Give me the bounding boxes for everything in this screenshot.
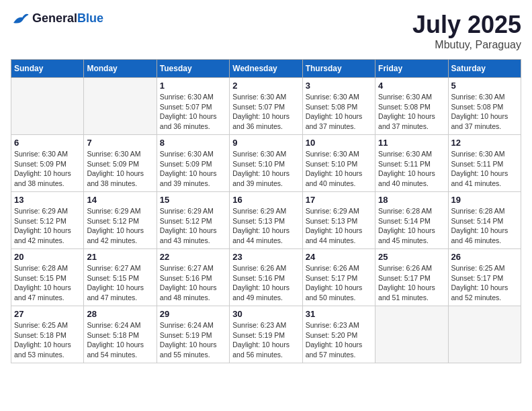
day-info: Sunrise: 6:29 AMSunset: 5:12 PMDaylight:… <box>14 206 81 246</box>
calendar-cell: 6Sunrise: 6:30 AMSunset: 5:09 PMDaylight… <box>11 135 84 192</box>
day-number: 16 <box>232 195 299 205</box>
day-info: Sunrise: 6:30 AMSunset: 5:08 PMDaylight:… <box>451 92 518 132</box>
calendar-cell: 22Sunrise: 6:27 AMSunset: 5:16 PMDayligh… <box>157 249 229 306</box>
day-number: 25 <box>378 252 445 262</box>
calendar-cell: 2Sunrise: 6:30 AMSunset: 5:07 PMDaylight… <box>230 78 302 135</box>
day-number: 29 <box>160 309 226 319</box>
day-info: Sunrise: 6:30 AMSunset: 5:11 PMDaylight:… <box>451 149 518 189</box>
day-number: 22 <box>160 252 226 262</box>
day-number: 10 <box>306 138 372 148</box>
day-info: Sunrise: 6:29 AMSunset: 5:13 PMDaylight:… <box>232 206 299 246</box>
calendar-cell: 11Sunrise: 6:30 AMSunset: 5:11 PMDayligh… <box>375 135 448 192</box>
day-info: Sunrise: 6:30 AMSunset: 5:07 PMDaylight:… <box>232 92 299 132</box>
day-info: Sunrise: 6:30 AMSunset: 5:08 PMDaylight:… <box>306 92 372 132</box>
calendar-cell: 16Sunrise: 6:29 AMSunset: 5:13 PMDayligh… <box>230 192 302 249</box>
week-row-5: 27Sunrise: 6:25 AMSunset: 5:18 PMDayligh… <box>11 306 521 363</box>
calendar-cell: 7Sunrise: 6:30 AMSunset: 5:09 PMDaylight… <box>84 135 157 192</box>
day-number: 7 <box>87 138 153 148</box>
calendar-cell: 25Sunrise: 6:26 AMSunset: 5:17 PMDayligh… <box>375 249 448 306</box>
day-info: Sunrise: 6:23 AMSunset: 5:20 PMDaylight:… <box>306 320 372 360</box>
day-number: 3 <box>306 81 372 91</box>
day-info: Sunrise: 6:30 AMSunset: 5:09 PMDaylight:… <box>87 149 153 189</box>
day-number: 5 <box>451 81 518 91</box>
calendar-cell: 26Sunrise: 6:25 AMSunset: 5:17 PMDayligh… <box>448 249 521 306</box>
day-number: 31 <box>306 309 372 319</box>
weekday-header-wednesday: Wednesday <box>230 60 302 78</box>
day-info: Sunrise: 6:24 AMSunset: 5:19 PMDaylight:… <box>160 320 226 360</box>
logo: GeneralBlue <box>11 11 103 26</box>
day-number: 21 <box>87 252 153 262</box>
day-number: 19 <box>451 195 518 205</box>
calendar-cell: 15Sunrise: 6:29 AMSunset: 5:12 PMDayligh… <box>157 192 229 249</box>
day-number: 6 <box>14 138 81 148</box>
week-row-3: 13Sunrise: 6:29 AMSunset: 5:12 PMDayligh… <box>11 192 521 249</box>
day-number: 18 <box>378 195 445 205</box>
calendar-cell <box>375 306 448 363</box>
day-number: 30 <box>232 309 299 319</box>
calendar-cell: 14Sunrise: 6:29 AMSunset: 5:12 PMDayligh… <box>84 192 157 249</box>
week-row-2: 6Sunrise: 6:30 AMSunset: 5:09 PMDaylight… <box>11 135 521 192</box>
calendar-cell: 5Sunrise: 6:30 AMSunset: 5:08 PMDaylight… <box>448 78 521 135</box>
calendar-table: SundayMondayTuesdayWednesdayThursdayFrid… <box>11 59 521 363</box>
day-info: Sunrise: 6:27 AMSunset: 5:15 PMDaylight:… <box>87 263 153 303</box>
day-info: Sunrise: 6:30 AMSunset: 5:08 PMDaylight:… <box>378 92 445 132</box>
weekday-header-thursday: Thursday <box>302 60 375 78</box>
day-info: Sunrise: 6:30 AMSunset: 5:11 PMDaylight:… <box>378 149 445 189</box>
day-number: 14 <box>87 195 153 205</box>
day-number: 12 <box>451 138 518 148</box>
day-info: Sunrise: 6:30 AMSunset: 5:09 PMDaylight:… <box>160 149 226 189</box>
calendar-cell <box>11 78 84 135</box>
day-number: 9 <box>232 138 299 148</box>
day-number: 8 <box>160 138 226 148</box>
day-info: Sunrise: 6:23 AMSunset: 5:19 PMDaylight:… <box>232 320 299 360</box>
calendar-cell: 17Sunrise: 6:29 AMSunset: 5:13 PMDayligh… <box>302 192 375 249</box>
location-subtitle: Mbutuy, Paraguay <box>412 39 521 51</box>
calendar-cell: 20Sunrise: 6:28 AMSunset: 5:15 PMDayligh… <box>11 249 84 306</box>
day-number: 4 <box>378 81 445 91</box>
calendar-cell: 3Sunrise: 6:30 AMSunset: 5:08 PMDaylight… <box>302 78 375 135</box>
calendar-cell: 27Sunrise: 6:25 AMSunset: 5:18 PMDayligh… <box>11 306 84 363</box>
day-number: 1 <box>160 81 226 91</box>
weekday-header-sunday: Sunday <box>11 60 84 78</box>
page-header: GeneralBlue July 2025 Mbutuy, Paraguay <box>11 11 521 51</box>
day-number: 20 <box>14 252 81 262</box>
day-number: 11 <box>378 138 445 148</box>
week-row-1: 1Sunrise: 6:30 AMSunset: 5:07 PMDaylight… <box>11 78 521 135</box>
calendar-cell: 24Sunrise: 6:26 AMSunset: 5:17 PMDayligh… <box>302 249 375 306</box>
day-number: 13 <box>14 195 81 205</box>
calendar-cell: 18Sunrise: 6:28 AMSunset: 5:14 PMDayligh… <box>375 192 448 249</box>
title-block: July 2025 Mbutuy, Paraguay <box>412 11 521 51</box>
day-number: 23 <box>232 252 299 262</box>
weekday-header-monday: Monday <box>84 60 157 78</box>
calendar-cell <box>448 306 521 363</box>
calendar-cell: 29Sunrise: 6:24 AMSunset: 5:19 PMDayligh… <box>157 306 229 363</box>
day-info: Sunrise: 6:26 AMSunset: 5:17 PMDaylight:… <box>378 263 445 303</box>
day-info: Sunrise: 6:24 AMSunset: 5:18 PMDaylight:… <box>87 320 153 360</box>
day-info: Sunrise: 6:26 AMSunset: 5:16 PMDaylight:… <box>232 263 299 303</box>
day-info: Sunrise: 6:30 AMSunset: 5:10 PMDaylight:… <box>306 149 372 189</box>
calendar-cell: 28Sunrise: 6:24 AMSunset: 5:18 PMDayligh… <box>84 306 157 363</box>
calendar-cell: 21Sunrise: 6:27 AMSunset: 5:15 PMDayligh… <box>84 249 157 306</box>
calendar-cell: 8Sunrise: 6:30 AMSunset: 5:09 PMDaylight… <box>157 135 229 192</box>
logo-general: General <box>32 11 77 25</box>
calendar-cell: 30Sunrise: 6:23 AMSunset: 5:19 PMDayligh… <box>230 306 302 363</box>
calendar-cell: 10Sunrise: 6:30 AMSunset: 5:10 PMDayligh… <box>302 135 375 192</box>
day-info: Sunrise: 6:28 AMSunset: 5:14 PMDaylight:… <box>378 206 445 246</box>
calendar-cell: 31Sunrise: 6:23 AMSunset: 5:20 PMDayligh… <box>302 306 375 363</box>
calendar-cell: 19Sunrise: 6:28 AMSunset: 5:14 PMDayligh… <box>448 192 521 249</box>
day-number: 15 <box>160 195 226 205</box>
day-number: 28 <box>87 309 153 319</box>
weekday-header-tuesday: Tuesday <box>157 60 229 78</box>
day-info: Sunrise: 6:30 AMSunset: 5:07 PMDaylight:… <box>160 92 226 132</box>
day-info: Sunrise: 6:28 AMSunset: 5:14 PMDaylight:… <box>451 206 518 246</box>
logo-text: GeneralBlue <box>32 11 103 26</box>
day-info: Sunrise: 6:30 AMSunset: 5:10 PMDaylight:… <box>232 149 299 189</box>
day-info: Sunrise: 6:28 AMSunset: 5:15 PMDaylight:… <box>14 263 81 303</box>
logo-blue: Blue <box>77 11 103 25</box>
month-title: July 2025 <box>412 11 521 39</box>
weekday-header-friday: Friday <box>375 60 448 78</box>
day-number: 17 <box>306 195 372 205</box>
day-info: Sunrise: 6:30 AMSunset: 5:09 PMDaylight:… <box>14 149 81 189</box>
day-info: Sunrise: 6:29 AMSunset: 5:12 PMDaylight:… <box>87 206 153 246</box>
week-row-4: 20Sunrise: 6:28 AMSunset: 5:15 PMDayligh… <box>11 249 521 306</box>
